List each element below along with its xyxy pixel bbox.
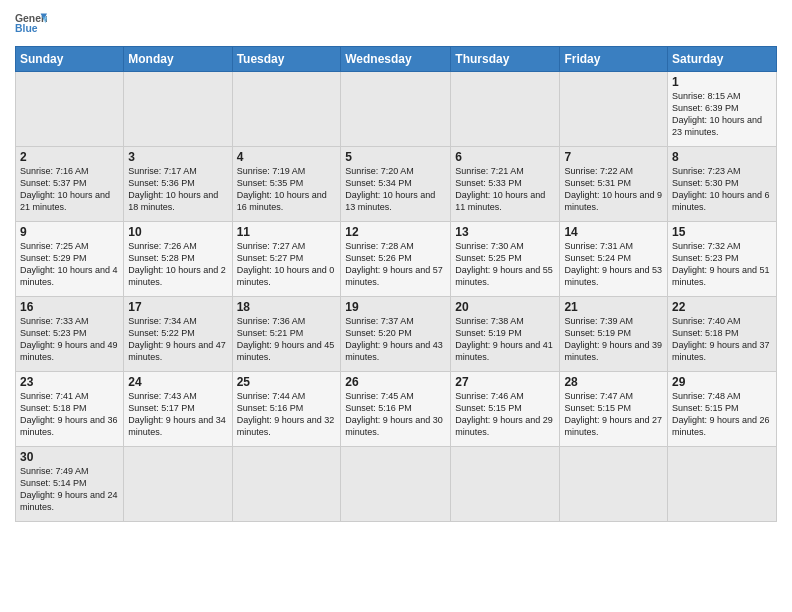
calendar-cell [124, 72, 232, 147]
calendar-cell [668, 447, 777, 522]
day-info: Sunrise: 7:34 AM Sunset: 5:22 PM Dayligh… [128, 315, 227, 364]
calendar-cell: 1Sunrise: 8:15 AM Sunset: 6:39 PM Daylig… [668, 72, 777, 147]
day-number: 22 [672, 300, 772, 314]
day-info: Sunrise: 7:48 AM Sunset: 5:15 PM Dayligh… [672, 390, 772, 439]
calendar-cell [341, 72, 451, 147]
calendar-cell: 30Sunrise: 7:49 AM Sunset: 5:14 PM Dayli… [16, 447, 124, 522]
calendar-cell: 10Sunrise: 7:26 AM Sunset: 5:28 PM Dayli… [124, 222, 232, 297]
day-number: 29 [672, 375, 772, 389]
weekday-wednesday: Wednesday [341, 47, 451, 72]
day-info: Sunrise: 7:38 AM Sunset: 5:19 PM Dayligh… [455, 315, 555, 364]
calendar-cell [232, 72, 341, 147]
day-info: Sunrise: 7:37 AM Sunset: 5:20 PM Dayligh… [345, 315, 446, 364]
calendar-cell: 16Sunrise: 7:33 AM Sunset: 5:23 PM Dayli… [16, 297, 124, 372]
day-number: 24 [128, 375, 227, 389]
day-info: Sunrise: 7:21 AM Sunset: 5:33 PM Dayligh… [455, 165, 555, 214]
day-info: Sunrise: 7:19 AM Sunset: 5:35 PM Dayligh… [237, 165, 337, 214]
day-info: Sunrise: 7:40 AM Sunset: 5:18 PM Dayligh… [672, 315, 772, 364]
week-row-2: 2Sunrise: 7:16 AM Sunset: 5:37 PM Daylig… [16, 147, 777, 222]
calendar-cell: 21Sunrise: 7:39 AM Sunset: 5:19 PM Dayli… [560, 297, 668, 372]
day-info: Sunrise: 7:27 AM Sunset: 5:27 PM Dayligh… [237, 240, 337, 289]
week-row-5: 23Sunrise: 7:41 AM Sunset: 5:18 PM Dayli… [16, 372, 777, 447]
calendar-cell [451, 447, 560, 522]
day-number: 25 [237, 375, 337, 389]
calendar-cell: 25Sunrise: 7:44 AM Sunset: 5:16 PM Dayli… [232, 372, 341, 447]
weekday-sunday: Sunday [16, 47, 124, 72]
calendar-cell [451, 72, 560, 147]
weekday-friday: Friday [560, 47, 668, 72]
calendar-cell [124, 447, 232, 522]
day-number: 4 [237, 150, 337, 164]
weekday-thursday: Thursday [451, 47, 560, 72]
day-number: 23 [20, 375, 119, 389]
day-number: 28 [564, 375, 663, 389]
calendar-cell: 12Sunrise: 7:28 AM Sunset: 5:26 PM Dayli… [341, 222, 451, 297]
calendar-cell: 14Sunrise: 7:31 AM Sunset: 5:24 PM Dayli… [560, 222, 668, 297]
calendar-cell: 17Sunrise: 7:34 AM Sunset: 5:22 PM Dayli… [124, 297, 232, 372]
day-info: Sunrise: 7:22 AM Sunset: 5:31 PM Dayligh… [564, 165, 663, 214]
day-number: 13 [455, 225, 555, 239]
day-number: 12 [345, 225, 446, 239]
day-info: Sunrise: 7:45 AM Sunset: 5:16 PM Dayligh… [345, 390, 446, 439]
calendar-cell: 26Sunrise: 7:45 AM Sunset: 5:16 PM Dayli… [341, 372, 451, 447]
day-info: Sunrise: 7:25 AM Sunset: 5:29 PM Dayligh… [20, 240, 119, 289]
day-info: Sunrise: 7:30 AM Sunset: 5:25 PM Dayligh… [455, 240, 555, 289]
day-number: 27 [455, 375, 555, 389]
day-info: Sunrise: 7:39 AM Sunset: 5:19 PM Dayligh… [564, 315, 663, 364]
calendar-cell [560, 72, 668, 147]
day-info: Sunrise: 7:46 AM Sunset: 5:15 PM Dayligh… [455, 390, 555, 439]
day-info: Sunrise: 7:47 AM Sunset: 5:15 PM Dayligh… [564, 390, 663, 439]
week-row-3: 9Sunrise: 7:25 AM Sunset: 5:29 PM Daylig… [16, 222, 777, 297]
day-number: 16 [20, 300, 119, 314]
day-number: 30 [20, 450, 119, 464]
day-number: 17 [128, 300, 227, 314]
generalblue-icon: General Blue [15, 10, 47, 38]
calendar-cell: 19Sunrise: 7:37 AM Sunset: 5:20 PM Dayli… [341, 297, 451, 372]
weekday-header-row: SundayMondayTuesdayWednesdayThursdayFrid… [16, 47, 777, 72]
day-number: 3 [128, 150, 227, 164]
calendar-cell: 27Sunrise: 7:46 AM Sunset: 5:15 PM Dayli… [451, 372, 560, 447]
day-number: 19 [345, 300, 446, 314]
calendar-cell: 5Sunrise: 7:20 AM Sunset: 5:34 PM Daylig… [341, 147, 451, 222]
day-info: Sunrise: 7:41 AM Sunset: 5:18 PM Dayligh… [20, 390, 119, 439]
calendar-cell: 22Sunrise: 7:40 AM Sunset: 5:18 PM Dayli… [668, 297, 777, 372]
calendar-cell: 24Sunrise: 7:43 AM Sunset: 5:17 PM Dayli… [124, 372, 232, 447]
day-info: Sunrise: 7:16 AM Sunset: 5:37 PM Dayligh… [20, 165, 119, 214]
calendar-cell: 29Sunrise: 7:48 AM Sunset: 5:15 PM Dayli… [668, 372, 777, 447]
day-info: Sunrise: 7:33 AM Sunset: 5:23 PM Dayligh… [20, 315, 119, 364]
calendar-cell: 15Sunrise: 7:32 AM Sunset: 5:23 PM Dayli… [668, 222, 777, 297]
day-number: 20 [455, 300, 555, 314]
day-info: Sunrise: 7:17 AM Sunset: 5:36 PM Dayligh… [128, 165, 227, 214]
calendar-cell: 8Sunrise: 7:23 AM Sunset: 5:30 PM Daylig… [668, 147, 777, 222]
day-info: Sunrise: 7:31 AM Sunset: 5:24 PM Dayligh… [564, 240, 663, 289]
day-info: Sunrise: 7:49 AM Sunset: 5:14 PM Dayligh… [20, 465, 119, 514]
calendar-cell [16, 72, 124, 147]
calendar-cell [560, 447, 668, 522]
weekday-monday: Monday [124, 47, 232, 72]
calendar-cell: 3Sunrise: 7:17 AM Sunset: 5:36 PM Daylig… [124, 147, 232, 222]
day-number: 5 [345, 150, 446, 164]
day-number: 9 [20, 225, 119, 239]
day-info: Sunrise: 7:32 AM Sunset: 5:23 PM Dayligh… [672, 240, 772, 289]
day-number: 1 [672, 75, 772, 89]
week-row-1: 1Sunrise: 8:15 AM Sunset: 6:39 PM Daylig… [16, 72, 777, 147]
week-row-4: 16Sunrise: 7:33 AM Sunset: 5:23 PM Dayli… [16, 297, 777, 372]
day-number: 8 [672, 150, 772, 164]
calendar-cell [232, 447, 341, 522]
svg-text:Blue: Blue [15, 23, 38, 34]
day-info: Sunrise: 7:26 AM Sunset: 5:28 PM Dayligh… [128, 240, 227, 289]
week-row-6: 30Sunrise: 7:49 AM Sunset: 5:14 PM Dayli… [16, 447, 777, 522]
calendar-cell: 2Sunrise: 7:16 AM Sunset: 5:37 PM Daylig… [16, 147, 124, 222]
calendar-table: SundayMondayTuesdayWednesdayThursdayFrid… [15, 46, 777, 522]
day-info: Sunrise: 7:20 AM Sunset: 5:34 PM Dayligh… [345, 165, 446, 214]
day-number: 7 [564, 150, 663, 164]
day-number: 18 [237, 300, 337, 314]
calendar-cell: 20Sunrise: 7:38 AM Sunset: 5:19 PM Dayli… [451, 297, 560, 372]
header: General Blue [15, 10, 777, 38]
day-info: Sunrise: 7:23 AM Sunset: 5:30 PM Dayligh… [672, 165, 772, 214]
day-number: 6 [455, 150, 555, 164]
day-info: Sunrise: 7:43 AM Sunset: 5:17 PM Dayligh… [128, 390, 227, 439]
calendar-cell [341, 447, 451, 522]
day-number: 11 [237, 225, 337, 239]
day-number: 2 [20, 150, 119, 164]
